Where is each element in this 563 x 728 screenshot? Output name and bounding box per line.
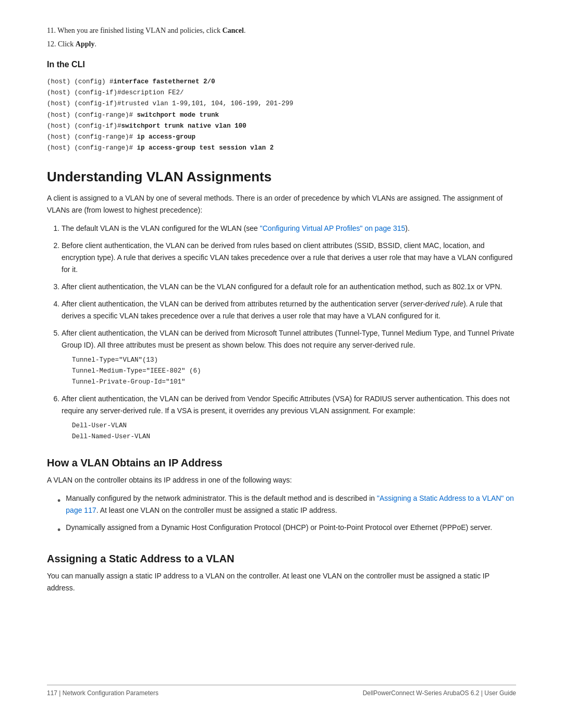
step11-text: 11. When you are finished listing VLAN a… <box>47 27 222 34</box>
how-vlan-heading: How a VLAN Obtains an IP Address <box>47 457 516 469</box>
how-vlan-item-2: • Dynamically assigned from a Dynamic Ho… <box>57 522 516 538</box>
how-vlan-item-2-text: Dynamically assigned from a Dynamic Host… <box>66 522 492 534</box>
step-11: 11. When you are finished listing VLAN a… <box>47 25 516 36</box>
vlan-item-6: After client authentication, the VLAN ca… <box>62 393 516 442</box>
vlan-item-1: The default VLAN is the VLAN configured … <box>62 223 516 235</box>
how-vlan-item-1: • Manually configured by the network adm… <box>57 492 516 516</box>
how-vlan-item-1-text: Manually configured by the network admin… <box>66 492 516 516</box>
vlan-assignment-list: The default VLAN is the VLAN configured … <box>62 223 516 442</box>
cli-line-5: (host) (config-if)#switchport trunk nati… <box>47 122 247 130</box>
footer-right: DellPowerConnect W-Series ArubaOS 6.2 | … <box>363 689 516 697</box>
cli-line-4: (host) (config-range)# switchport mode t… <box>47 112 219 119</box>
bullet-dot-1: • <box>57 493 60 509</box>
step12-text: 12. Click <box>47 40 76 48</box>
cli-line-6: (host) (config-range)# ip access-group <box>47 133 195 141</box>
how-vlan-section: How a VLAN Obtains an IP Address A VLAN … <box>47 457 516 538</box>
assigning-vlan-body: You can manually assign a static IP addr… <box>47 570 516 594</box>
vlan-item-3: After client authentication, the VLAN ca… <box>62 281 516 293</box>
understanding-vlan-intro: A client is assigned to a VLAN by one of… <box>47 192 516 216</box>
cli-line-3: (host) (config-if)#trusted vlan 1-99,101… <box>47 100 293 107</box>
static-address-link[interactable]: "Assigning a Static Address to a VLAN" o… <box>66 494 514 514</box>
vlan-item-4: After client authentication, the VLAN ca… <box>62 298 516 322</box>
server-derived-rule-text: server-derived rule <box>402 300 463 308</box>
bullet-dot-2: • <box>57 523 60 538</box>
vlan-item-1-link[interactable]: "Configuring Virtual AP Profiles" on pag… <box>260 224 406 232</box>
cli-section: In the CLI (host) (config) #interface fa… <box>47 60 516 156</box>
step11-bold: Cancel <box>222 27 243 34</box>
vlan-item-2: Before client authentication, the VLAN c… <box>62 240 516 276</box>
assigning-vlan-section: Assigning a Static Address to a VLAN You… <box>47 553 516 594</box>
understanding-vlan-heading: Understanding VLAN Assignments <box>47 169 516 185</box>
page-footer: 117 | Network Configuration Parameters D… <box>47 685 516 697</box>
assigning-vlan-heading: Assigning a Static Address to a VLAN <box>47 553 516 565</box>
footer-left: 117 | Network Configuration Parameters <box>47 689 158 697</box>
understanding-vlan-section: Understanding VLAN Assignments A client … <box>47 169 516 442</box>
tunnel-code-block: Tunnel-Type="VLAN"(13)Tunnel-Medium-Type… <box>72 355 516 388</box>
vsa-code-block: Dell-User-VLANDell-Named-User-VLAN <box>72 421 516 443</box>
content-area: 11. When you are finished listing VLAN a… <box>47 25 516 669</box>
step-12: 12. Click Apply. <box>47 39 516 50</box>
cli-line-2: (host) (config-if)#description FE2/ <box>47 89 184 96</box>
step11-end: . <box>244 27 246 34</box>
step12-end: . <box>94 40 96 48</box>
cli-code-block: (host) (config) #interface fastethernet … <box>47 75 516 156</box>
cli-line-7: (host) (config-range)# ip access-group t… <box>47 144 274 152</box>
cli-heading: In the CLI <box>47 60 516 69</box>
how-vlan-list: • Manually configured by the network adm… <box>57 492 516 538</box>
vlan-item-5: After client authentication, the VLAN ca… <box>62 327 516 388</box>
intro-steps: 11. When you are finished listing VLAN a… <box>47 25 516 51</box>
step12-bold: Apply <box>76 40 95 48</box>
how-vlan-intro: A VLAN on the controller obtains its IP … <box>47 474 516 486</box>
page: 11. When you are finished listing VLAN a… <box>0 0 563 728</box>
cli-line-1: (host) (config) #interface fastethernet … <box>47 78 215 85</box>
